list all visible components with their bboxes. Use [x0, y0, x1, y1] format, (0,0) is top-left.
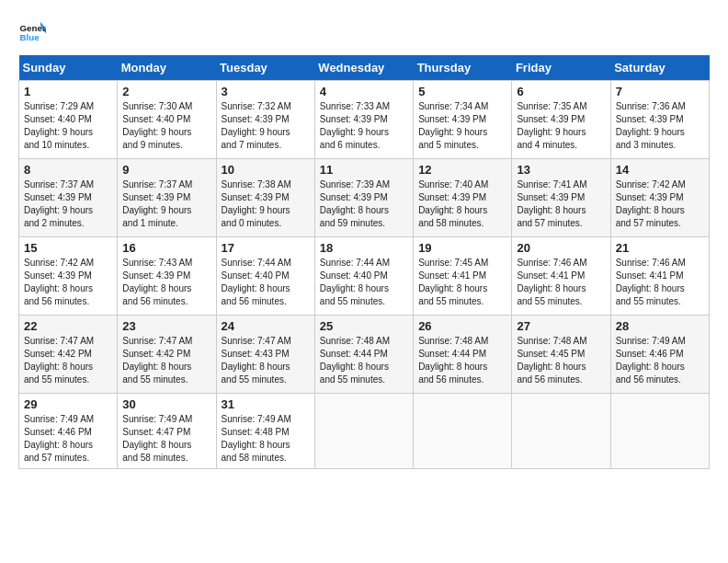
cell-info: Sunrise: 7:49 AM Sunset: 4:47 PM Dayligh… — [122, 413, 210, 465]
calendar-cell: 14Sunrise: 7:42 AM Sunset: 4:39 PM Dayli… — [610, 159, 709, 237]
day-number: 22 — [24, 319, 112, 333]
day-number: 2 — [122, 85, 210, 98]
calendar-header-row: SundayMondayTuesdayWednesdayThursdayFrid… — [19, 55, 710, 81]
cell-info: Sunrise: 7:46 AM Sunset: 4:41 PM Dayligh… — [517, 257, 605, 308]
cell-info: Sunrise: 7:49 AM Sunset: 4:46 PM Dayligh… — [24, 413, 112, 465]
cell-info: Sunrise: 7:40 AM Sunset: 4:39 PM Dayligh… — [418, 178, 506, 230]
cell-info: Sunrise: 7:48 AM Sunset: 4:44 PM Dayligh… — [418, 335, 506, 386]
calendar-cell: 8Sunrise: 7:37 AM Sunset: 4:39 PM Daylig… — [19, 159, 118, 237]
col-header-wednesday: Wednesday — [314, 55, 413, 81]
day-number: 5 — [418, 85, 506, 98]
cell-info: Sunrise: 7:44 AM Sunset: 4:40 PM Dayligh… — [320, 257, 408, 308]
cell-info: Sunrise: 7:47 AM Sunset: 4:42 PM Dayligh… — [122, 335, 210, 386]
cell-info: Sunrise: 7:36 AM Sunset: 4:39 PM Dayligh… — [616, 100, 704, 152]
calendar-cell: 24Sunrise: 7:47 AM Sunset: 4:43 PM Dayli… — [216, 316, 314, 394]
day-number: 9 — [122, 163, 210, 177]
day-number: 16 — [122, 241, 210, 255]
col-header-saturday: Saturday — [610, 55, 709, 81]
col-header-monday: Monday — [118, 55, 216, 81]
calendar-cell: 30Sunrise: 7:49 AM Sunset: 4:47 PM Dayli… — [118, 394, 216, 469]
calendar-cell: 25Sunrise: 7:48 AM Sunset: 4:44 PM Dayli… — [314, 316, 413, 394]
day-number: 28 — [616, 319, 704, 333]
day-number: 18 — [320, 241, 408, 255]
day-number: 23 — [122, 319, 210, 333]
calendar-cell: 15Sunrise: 7:42 AM Sunset: 4:39 PM Dayli… — [19, 237, 118, 316]
calendar-cell: 4Sunrise: 7:33 AM Sunset: 4:39 PM Daylig… — [314, 81, 413, 159]
page-header: General Blue — [18, 18, 710, 46]
day-number: 8 — [24, 163, 112, 177]
calendar-cell — [512, 394, 610, 469]
cell-info: Sunrise: 7:43 AM Sunset: 4:39 PM Dayligh… — [122, 257, 210, 308]
day-number: 14 — [616, 163, 704, 177]
day-number: 30 — [122, 397, 210, 411]
cell-info: Sunrise: 7:39 AM Sunset: 4:39 PM Dayligh… — [320, 178, 408, 230]
calendar-cell: 5Sunrise: 7:34 AM Sunset: 4:39 PM Daylig… — [414, 81, 512, 159]
calendar-cell — [610, 394, 709, 469]
calendar-cell: 3Sunrise: 7:32 AM Sunset: 4:39 PM Daylig… — [216, 81, 314, 159]
cell-info: Sunrise: 7:35 AM Sunset: 4:39 PM Dayligh… — [517, 100, 605, 152]
day-number: 27 — [517, 319, 605, 333]
cell-info: Sunrise: 7:41 AM Sunset: 4:39 PM Dayligh… — [517, 178, 605, 230]
day-number: 31 — [222, 397, 310, 411]
cell-info: Sunrise: 7:47 AM Sunset: 4:43 PM Dayligh… — [222, 335, 310, 386]
logo-icon: General Blue — [18, 18, 46, 46]
day-number: 7 — [616, 85, 704, 98]
calendar-cell: 10Sunrise: 7:38 AM Sunset: 4:39 PM Dayli… — [216, 159, 314, 237]
day-number: 3 — [222, 85, 310, 98]
col-header-thursday: Thursday — [414, 55, 512, 81]
calendar-cell: 22Sunrise: 7:47 AM Sunset: 4:42 PM Dayli… — [19, 316, 118, 394]
cell-info: Sunrise: 7:46 AM Sunset: 4:41 PM Dayligh… — [616, 257, 704, 308]
day-number: 4 — [320, 85, 408, 98]
calendar-cell: 7Sunrise: 7:36 AM Sunset: 4:39 PM Daylig… — [610, 81, 709, 159]
cell-info: Sunrise: 7:49 AM Sunset: 4:46 PM Dayligh… — [616, 335, 704, 386]
cell-info: Sunrise: 7:37 AM Sunset: 4:39 PM Dayligh… — [122, 178, 210, 230]
calendar-cell: 2Sunrise: 7:30 AM Sunset: 4:40 PM Daylig… — [118, 81, 216, 159]
calendar-cell: 18Sunrise: 7:44 AM Sunset: 4:40 PM Dayli… — [314, 237, 413, 316]
cell-info: Sunrise: 7:42 AM Sunset: 4:39 PM Dayligh… — [24, 257, 112, 308]
day-number: 12 — [418, 163, 506, 177]
cell-info: Sunrise: 7:37 AM Sunset: 4:39 PM Dayligh… — [24, 178, 112, 230]
calendar-cell: 26Sunrise: 7:48 AM Sunset: 4:44 PM Dayli… — [414, 316, 512, 394]
calendar-table: SundayMondayTuesdayWednesdayThursdayFrid… — [18, 55, 710, 469]
calendar-cell — [414, 394, 512, 469]
calendar-cell: 20Sunrise: 7:46 AM Sunset: 4:41 PM Dayli… — [512, 237, 610, 316]
cell-info: Sunrise: 7:42 AM Sunset: 4:39 PM Dayligh… — [616, 178, 704, 230]
calendar-cell: 27Sunrise: 7:48 AM Sunset: 4:45 PM Dayli… — [512, 316, 610, 394]
calendar-cell: 13Sunrise: 7:41 AM Sunset: 4:39 PM Dayli… — [512, 159, 610, 237]
cell-info: Sunrise: 7:48 AM Sunset: 4:44 PM Dayligh… — [320, 335, 408, 386]
calendar-cell: 28Sunrise: 7:49 AM Sunset: 4:46 PM Dayli… — [610, 316, 709, 394]
col-header-friday: Friday — [512, 55, 610, 81]
cell-info: Sunrise: 7:48 AM Sunset: 4:45 PM Dayligh… — [517, 335, 605, 386]
cell-info: Sunrise: 7:29 AM Sunset: 4:40 PM Dayligh… — [24, 100, 112, 152]
cell-info: Sunrise: 7:44 AM Sunset: 4:40 PM Dayligh… — [222, 257, 310, 308]
day-number: 20 — [517, 241, 605, 255]
day-number: 13 — [517, 163, 605, 177]
cell-info: Sunrise: 7:33 AM Sunset: 4:39 PM Dayligh… — [320, 100, 408, 152]
calendar-cell: 9Sunrise: 7:37 AM Sunset: 4:39 PM Daylig… — [118, 159, 216, 237]
day-number: 21 — [616, 241, 704, 255]
calendar-cell: 17Sunrise: 7:44 AM Sunset: 4:40 PM Dayli… — [216, 237, 314, 316]
cell-info: Sunrise: 7:38 AM Sunset: 4:39 PM Dayligh… — [222, 178, 310, 230]
day-number: 6 — [517, 85, 605, 98]
day-number: 15 — [24, 241, 112, 255]
calendar-cell: 1Sunrise: 7:29 AM Sunset: 4:40 PM Daylig… — [19, 81, 118, 159]
svg-text:Blue: Blue — [20, 32, 40, 42]
calendar-cell: 6Sunrise: 7:35 AM Sunset: 4:39 PM Daylig… — [512, 81, 610, 159]
cell-info: Sunrise: 7:47 AM Sunset: 4:42 PM Dayligh… — [24, 335, 112, 386]
day-number: 24 — [222, 319, 310, 333]
calendar-cell — [314, 394, 413, 469]
day-number: 10 — [222, 163, 310, 177]
day-number: 25 — [320, 319, 408, 333]
calendar-cell: 19Sunrise: 7:45 AM Sunset: 4:41 PM Dayli… — [414, 237, 512, 316]
calendar-cell: 12Sunrise: 7:40 AM Sunset: 4:39 PM Dayli… — [414, 159, 512, 237]
day-number: 19 — [418, 241, 506, 255]
day-number: 26 — [418, 319, 506, 333]
cell-info: Sunrise: 7:32 AM Sunset: 4:39 PM Dayligh… — [222, 100, 310, 152]
day-number: 17 — [222, 241, 310, 255]
col-header-tuesday: Tuesday — [216, 55, 314, 81]
cell-info: Sunrise: 7:34 AM Sunset: 4:39 PM Dayligh… — [418, 100, 506, 152]
cell-info: Sunrise: 7:49 AM Sunset: 4:48 PM Dayligh… — [222, 413, 310, 465]
calendar-cell: 23Sunrise: 7:47 AM Sunset: 4:42 PM Dayli… — [118, 316, 216, 394]
calendar-cell: 11Sunrise: 7:39 AM Sunset: 4:39 PM Dayli… — [314, 159, 413, 237]
logo: General Blue — [18, 18, 46, 46]
